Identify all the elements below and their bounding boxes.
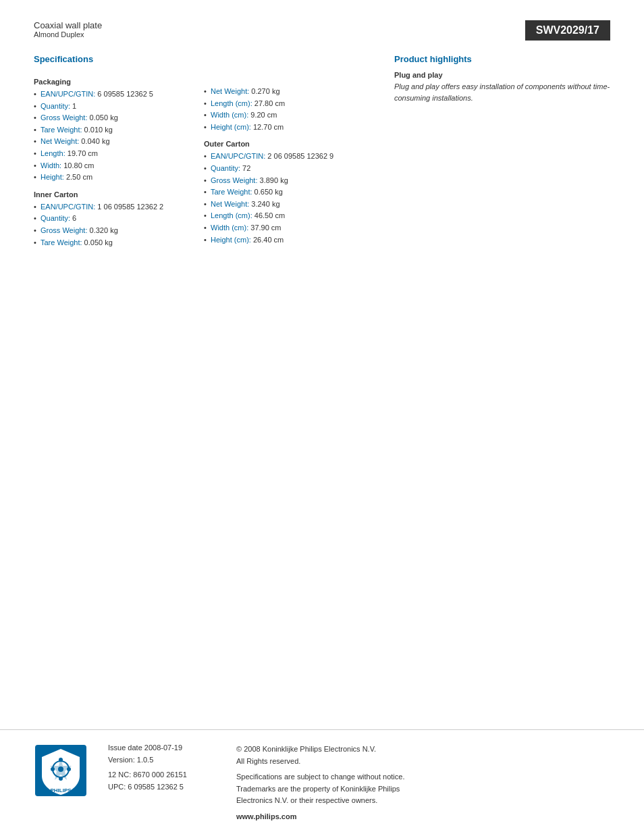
- nc-number: 12 NC: 8670 000 26151: [108, 769, 216, 781]
- list-item: Quantity: 6: [34, 213, 204, 225]
- svg-point-5: [51, 767, 55, 771]
- version: Version: 1.0.5: [108, 756, 216, 764]
- list-item: Net Weight: 0.040 kg: [34, 136, 204, 148]
- spec-right-col: Net Weight: 0.270 kg Length (cm): 27.80 …: [204, 71, 374, 249]
- list-item: Gross Weight: 0.320 kg: [34, 225, 204, 237]
- footer-website: www.philips.com: [236, 812, 610, 820]
- footer-copyright: © 2008 Koninklijke Philips Electronics N…: [236, 744, 610, 767]
- list-item: Length (cm): 27.80 cm: [204, 98, 374, 110]
- svg-text:PHILIPS: PHILIPS: [50, 787, 72, 793]
- inner-carton-heading: Inner Carton: [34, 190, 204, 199]
- footer-disclaimer: Specifications are subject to change wit…: [236, 771, 610, 807]
- issue-date: Issue date 2008-07-19: [108, 744, 216, 752]
- outer-carton-heading: Outer Carton: [204, 140, 374, 148]
- specifications-section: Specifications Packaging EAN/UPC/GTIN: 6…: [34, 54, 394, 249]
- list-item: EAN/UPC/GTIN: 1 06 09585 12362 2: [34, 201, 204, 213]
- upc-number: UPC: 6 09585 12362 5: [108, 781, 216, 793]
- list-item: Width (cm): 9.20 cm: [204, 109, 374, 122]
- svg-point-4: [59, 777, 63, 781]
- list-item: Tare Weight: 0.050 kg: [34, 237, 204, 249]
- highlights-section: Product highlights Plug and play Plug an…: [394, 54, 610, 249]
- footer-info: Issue date 2008-07-19 Version: 1.0.5 12 …: [108, 744, 610, 820]
- packaging-continued-list: Net Weight: 0.270 kg Length (cm): 27.80 …: [204, 86, 374, 133]
- list-item: Net Weight: 3.240 kg: [204, 199, 374, 211]
- packaging-list: EAN/UPC/GTIN: 6 09585 12362 5 Quantity: …: [34, 88, 204, 184]
- list-item: Width: 10.80 cm: [34, 160, 204, 172]
- list-item: Gross Weight: 3.890 kg: [204, 175, 374, 187]
- outer-carton-list: EAN/UPC/GTIN: 2 06 09585 12362 9 Quantit…: [204, 151, 374, 246]
- list-item: Length (cm): 46.50 cm: [204, 210, 374, 222]
- list-item: EAN/UPC/GTIN: 6 09585 12362 5: [34, 88, 204, 101]
- list-item: Height: 2.50 cm: [34, 172, 204, 184]
- model-badge: SWV2029/17: [525, 20, 610, 41]
- highlight-title: Plug and play: [394, 71, 610, 79]
- list-item: Quantity: 72: [204, 163, 374, 175]
- list-item: Width (cm): 37.90 cm: [204, 222, 374, 234]
- specifications-heading: Specifications: [34, 54, 374, 64]
- inner-carton-list: EAN/UPC/GTIN: 1 06 09585 12362 2 Quantit…: [34, 201, 204, 249]
- footer: PHILIPS Issue date 2008-07-19 Version: 1…: [0, 729, 644, 834]
- product-title-block: Coaxial wall plate Almond Duplex: [34, 20, 525, 38]
- packaging-heading: Packaging: [34, 78, 204, 86]
- list-item: Quantity: 1: [34, 101, 204, 113]
- list-item: EAN/UPC/GTIN: 2 06 09585 12362 9: [204, 151, 374, 163]
- list-item: Gross Weight: 0.050 kg: [34, 112, 204, 124]
- product-subtitle: Almond Duplex: [34, 30, 525, 38]
- product-title: Coaxial wall plate: [34, 20, 525, 30]
- svg-point-2: [58, 766, 63, 772]
- footer-left: Issue date 2008-07-19 Version: 1.0.5 12 …: [108, 744, 216, 820]
- highlights-heading: Product highlights: [394, 54, 610, 64]
- list-item: Net Weight: 0.270 kg: [204, 86, 374, 98]
- highlight-description: Plug and play offers easy installation o…: [394, 81, 610, 103]
- footer-right: © 2008 Koninklijke Philips Electronics N…: [236, 744, 610, 820]
- svg-point-6: [67, 767, 71, 771]
- spec-left-col: Packaging EAN/UPC/GTIN: 6 09585 12362 5 …: [34, 71, 204, 249]
- list-item: Length: 19.70 cm: [34, 148, 204, 160]
- footer-nc-upc: 12 NC: 8670 000 26151 UPC: 6 09585 12362…: [108, 769, 216, 793]
- list-item: Tare Weight: 0.010 kg: [34, 124, 204, 136]
- highlight-item: Plug and play Plug and play offers easy …: [394, 71, 610, 103]
- list-item: Tare Weight: 0.650 kg: [204, 186, 374, 199]
- philips-logo: PHILIPS: [34, 744, 88, 798]
- list-item: Height (cm): 12.70 cm: [204, 122, 374, 134]
- list-item: Height (cm): 26.40 cm: [204, 234, 374, 246]
- svg-point-3: [59, 758, 63, 762]
